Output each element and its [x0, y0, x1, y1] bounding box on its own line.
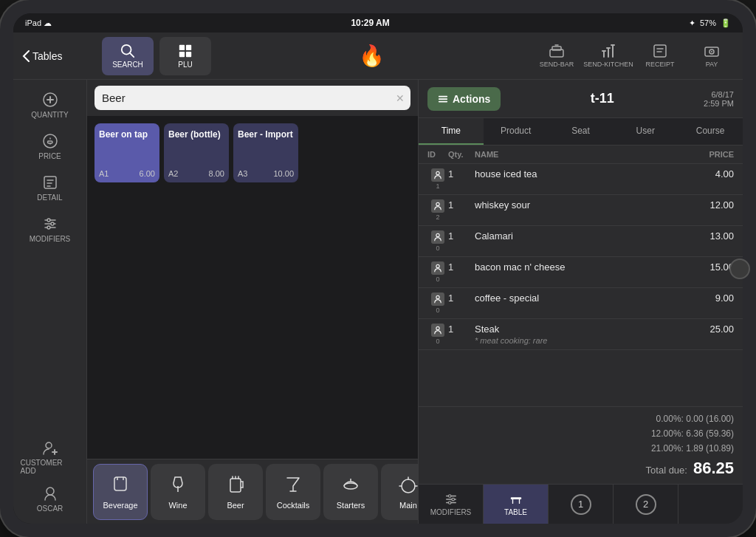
order-item-5[interactable]: 0 1 Steak * meat cooking: rare 25.00 [419, 319, 743, 350]
search-icon [120, 44, 135, 58]
svg-point-29 [436, 171, 439, 174]
col-header-id: ID [427, 150, 448, 159]
search-input[interactable] [94, 86, 410, 110]
sidebar-item-quantity[interactable]: QUANTITY [21, 86, 80, 124]
product-name: Beer (bottle) [168, 129, 224, 140]
category-btn-beverage[interactable]: Beverage [93, 464, 148, 520]
svg-rect-4 [186, 51, 191, 56]
sidebar-item-customer-add[interactable]: CUSTOMER ADD [21, 438, 80, 476]
bottom-tab-extra[interactable] [678, 485, 743, 524]
category-btn-beer[interactable]: Beer [208, 464, 263, 520]
product-price: 8.00 [209, 169, 224, 178]
svg-point-37 [448, 501, 451, 504]
item-qty-5: 1 [448, 324, 475, 335]
svg-point-30 [436, 202, 439, 205]
bottom-modifiers-icon [444, 493, 458, 506]
order-tab-course[interactable]: Course [678, 118, 743, 145]
seat-2-circle[interactable]: 2 [636, 494, 656, 515]
item-name-text-5: Steak [475, 324, 690, 335]
center-panel: ✕ Beer on tap A1 6.00 Beer (bottle) A2 8… [87, 80, 418, 524]
svg-point-14 [47, 219, 50, 222]
item-name-2: Calamari [475, 230, 690, 242]
svg-point-17 [46, 442, 52, 448]
plu-button[interactable]: PLU [159, 37, 211, 75]
pay-label: PAY [706, 61, 718, 68]
category-btn-wine[interactable]: Wine [151, 464, 205, 520]
category-label: Wine [168, 501, 187, 510]
send-kitchen-icon [600, 44, 616, 58]
bottom-tab-modifiers[interactable]: MODIFIERS [419, 485, 484, 524]
order-item-4[interactable]: 0 1 coffee - special 9.00 [419, 288, 743, 319]
item-name-3: bacon mac n' cheese [475, 261, 690, 273]
sidebar-item-price[interactable]: PRICE [21, 127, 80, 165]
modifiers-label: MODIFIERS [30, 235, 71, 243]
detail-label: DETAIL [37, 194, 62, 202]
category-icon-main [398, 474, 418, 496]
search-clear-button[interactable]: ✕ [396, 92, 405, 104]
send-kitchen-button[interactable]: SEND-KITCHEN [583, 37, 633, 75]
item-price-1: 12.00 [690, 199, 734, 211]
product-price: 6.00 [140, 169, 155, 178]
pay-icon [704, 44, 720, 58]
search-nav-label: SEARCH [112, 61, 143, 69]
order-tab-product[interactable]: Product [484, 118, 549, 145]
product-grid: Beer on tap A1 6.00 Beer (bottle) A2 8.0… [87, 116, 418, 459]
order-item-1[interactable]: 2 1 whiskey sour 12.00 [419, 195, 743, 226]
oscar-icon [42, 485, 58, 502]
product-tile-p2[interactable]: Beer (bottle) A2 8.00 [164, 123, 229, 182]
category-btn-cocktails[interactable]: Cocktails [266, 464, 320, 520]
sidebar-item-modifiers[interactable]: MODIFIERS [21, 210, 80, 248]
app-logo: 🔥 [359, 44, 385, 68]
home-button[interactable] [729, 259, 750, 279]
product-tile-p3[interactable]: Beer - Import A3 10.00 [233, 123, 298, 182]
receipt-label: RECEIPT [645, 61, 674, 68]
order-tab-seat[interactable]: Seat [549, 118, 614, 145]
bottom-tab-table[interactable]: TABLE [484, 485, 549, 524]
item-seat-3: 0 [427, 261, 448, 283]
product-footer: A3 10.00 [238, 169, 294, 178]
order-tab-time[interactable]: Time [419, 118, 484, 145]
seat-icon-3 [431, 261, 444, 275]
svg-rect-20 [230, 479, 241, 492]
item-seat-2: 0 [427, 230, 448, 252]
bottom-tab-seat-2[interactable]: 2 [614, 485, 678, 524]
category-btn-main[interactable]: Main [381, 464, 418, 520]
category-icon-beer [225, 474, 246, 496]
order-item-3[interactable]: 0 1 bacon mac n' cheese 15.00 [419, 257, 743, 288]
bottom-tab-modifiers-label: MODIFIERS [430, 508, 472, 516]
actions-button[interactable]: Actions [427, 87, 501, 111]
item-name-1: whiskey sour [475, 199, 690, 211]
send-bar-icon [549, 44, 565, 58]
svg-rect-7 [654, 45, 666, 57]
customer-add-label: CUSTOMER ADD [21, 459, 80, 475]
product-tile-p1[interactable]: Beer on tap A1 6.00 [94, 123, 159, 182]
order-bottom-tabs: MODIFIERS TABLE 1 2 [419, 484, 743, 524]
bottom-tab-table-label: TABLE [504, 508, 527, 516]
bottom-tab-seat-1[interactable]: 1 [549, 485, 614, 524]
product-code: A3 [238, 169, 247, 178]
back-button[interactable]: Tables [13, 50, 102, 62]
category-icon-starters [340, 474, 361, 496]
tax-row-1: 12.00%: 6.36 (59.36) [427, 426, 734, 441]
send-bar-button[interactable]: SEND-BAR [532, 37, 582, 75]
item-name-text-3: bacon mac n' cheese [475, 261, 690, 273]
seat-1-circle[interactable]: 1 [571, 494, 591, 515]
seat-icon-0 [431, 168, 444, 182]
pay-button[interactable]: PAY [687, 37, 737, 75]
order-item-0[interactable]: 1 1 house iced tea 4.00 [419, 164, 743, 195]
receipt-button[interactable]: RECEIPT [635, 37, 685, 75]
seat-icon-2 [431, 230, 444, 244]
product-footer: A2 8.00 [168, 169, 224, 178]
order-item-2[interactable]: 0 1 Calamari 13.00 [419, 226, 743, 257]
category-label: Beverage [103, 501, 137, 510]
category-btn-starters[interactable]: Starters [323, 464, 378, 520]
order-date: 6/8/17 2:59 PM [704, 90, 734, 108]
sidebar-item-detail[interactable]: DETAIL [21, 168, 80, 207]
battery-icon: 🔋 [721, 18, 731, 28]
search-nav-button[interactable]: SEARCH [102, 37, 154, 75]
svg-rect-19 [114, 477, 126, 490]
item-seat-5: 0 [427, 324, 448, 345]
item-name-5: Steak * meat cooking: rare [475, 324, 690, 345]
order-tab-user[interactable]: User [613, 118, 678, 145]
sidebar-item-oscar[interactable]: OSCAR [21, 479, 80, 518]
